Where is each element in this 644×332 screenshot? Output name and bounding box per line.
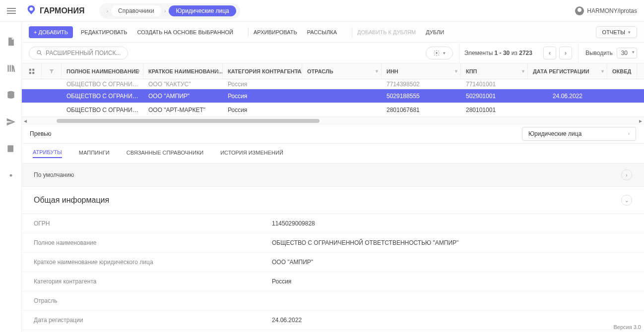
sidebar-database-icon[interactable] bbox=[6, 90, 16, 100]
chevron-down-icon: ▾ bbox=[632, 50, 635, 55]
page-size-select[interactable]: 30 ▾ bbox=[617, 48, 637, 58]
action-toolbar: + ДОБАВИТЬ РЕДАКТИРОВАТЬ СОЗДАТЬ НА ОСНО… bbox=[22, 22, 644, 43]
create-from-button[interactable]: СОЗДАТЬ НА ОСНОВЕ ВЫБРАННОЙ bbox=[137, 29, 233, 35]
sidebar-settings-icon[interactable] bbox=[6, 170, 16, 180]
duplicates-button[interactable]: ДУБЛИ bbox=[426, 29, 444, 35]
th-short-name[interactable]: КРАТКОЕ НАИМЕНОВАНИ...▾ bbox=[143, 63, 223, 79]
th-kpp[interactable]: КПП▾ bbox=[461, 63, 528, 79]
filter-bar: РАСШИРЕННЫЙ ПОИСК... ▾ Элементы 1 - 30 и… bbox=[22, 43, 644, 63]
sidebar-library-icon[interactable] bbox=[6, 63, 16, 73]
field-region: Регион bbox=[22, 330, 644, 332]
add-button[interactable]: + ДОБАВИТЬ bbox=[29, 26, 73, 38]
field-industry: Отрасль bbox=[22, 291, 644, 311]
table-row[interactable]: ОБЩЕСТВО С ОГРАНИЧЕНН... ООО "КАКТУС" Ро… bbox=[22, 79, 644, 89]
section-default[interactable]: По умолчанию › bbox=[22, 164, 644, 187]
svg-rect-8 bbox=[32, 72, 34, 74]
filter-icon[interactable]: ▾ bbox=[376, 68, 378, 74]
filter-icon[interactable]: ▾ bbox=[601, 68, 604, 74]
horizontal-scrollbar[interactable]: ◂ ▸ bbox=[22, 117, 644, 124]
section-general-info[interactable]: Общая информация ⌄ bbox=[22, 187, 644, 214]
tab-history[interactable]: ИСТОРИЯ ИЗМЕНЕНИЙ bbox=[220, 150, 283, 158]
svg-point-4 bbox=[436, 52, 438, 54]
logo-icon bbox=[26, 4, 40, 17]
tab-attributes[interactable]: АТРИБУТЫ bbox=[33, 149, 62, 158]
add-to-duplicates-button[interactable]: ДОБАВИТЬ К ДУБЛЯМ bbox=[357, 29, 416, 35]
scroll-right-icon[interactable]: ▸ bbox=[639, 117, 642, 124]
filter-icon[interactable]: ▾ bbox=[217, 68, 219, 74]
sidebar-doc-icon[interactable] bbox=[6, 37, 16, 47]
page-size-block: Выводить 30 ▾ bbox=[578, 43, 637, 63]
breadcrumb-item-directories[interactable]: Справочники bbox=[111, 5, 161, 16]
user-menu[interactable]: HARMONY/iprotas bbox=[575, 6, 637, 15]
brand-logo[interactable]: ГАРМОНИЯ bbox=[26, 4, 84, 17]
table-row[interactable]: ОБЩЕСТВО С ОГРАНИЧЕНН... ООО "АМПИР" Рос… bbox=[22, 89, 644, 103]
th-inn[interactable]: ИНН▾ bbox=[382, 63, 461, 79]
field-ogrn: ОГРН 1145029009828 bbox=[22, 214, 644, 233]
separator bbox=[248, 27, 249, 37]
chevron-right-icon: › bbox=[628, 131, 630, 136]
th-industry[interactable]: ОТРАСЛЬ▾ bbox=[302, 63, 382, 79]
edit-button[interactable]: РЕДАКТИРОВАТЬ bbox=[81, 29, 128, 35]
filter-icon[interactable]: ▾ bbox=[522, 68, 524, 74]
pager-prev-button[interactable]: ‹ bbox=[543, 47, 556, 59]
svg-point-2 bbox=[37, 51, 41, 54]
th-category[interactable]: КАТЕГОРИЯ КОНТРАГЕНТА▾ bbox=[223, 63, 302, 79]
search-icon bbox=[36, 50, 43, 56]
search-input[interactable]: РАСШИРЕННЫЙ ПОИСК... bbox=[29, 47, 128, 59]
chevron-down-icon: ▾ bbox=[628, 30, 631, 35]
version-label: Версия 3.0 bbox=[610, 322, 644, 332]
column-selector-icon[interactable] bbox=[22, 63, 42, 79]
table-settings-button[interactable]: ▾ bbox=[426, 47, 453, 59]
pager-next-button[interactable]: › bbox=[559, 47, 572, 59]
user-icon bbox=[575, 6, 584, 15]
preview-type-select[interactable]: Юридические лица › bbox=[522, 127, 636, 141]
breadcrumb-item-legal-entities[interactable]: Юридические лица bbox=[169, 5, 236, 16]
archive-button[interactable]: АРХИВИРОВАТЬ bbox=[254, 29, 297, 35]
filter-icon[interactable]: ▾ bbox=[296, 68, 299, 74]
search-placeholder: РАСШИРЕННЫЙ ПОИСК... bbox=[46, 50, 121, 56]
chevron-down-icon: ▾ bbox=[443, 51, 446, 55]
th-okved[interactable]: ОКВЕД bbox=[607, 63, 637, 79]
pager-info: Элементы 1 - 30 из 2723 bbox=[459, 43, 537, 63]
breadcrumb: › Справочники › Юридические лица bbox=[99, 3, 240, 19]
tab-mappings[interactable]: МАППИНГИ bbox=[79, 150, 110, 158]
filter-icon[interactable]: ▾ bbox=[455, 68, 457, 74]
column-filter-icon[interactable] bbox=[42, 63, 62, 79]
scroll-left-icon[interactable]: ◂ bbox=[24, 117, 27, 124]
page-size-label: Выводить bbox=[585, 50, 613, 56]
mailing-button[interactable]: РАССЫЛКА bbox=[307, 29, 337, 35]
separator bbox=[352, 27, 352, 37]
pager-buttons: ‹ › bbox=[543, 47, 572, 59]
sidebar-notes-icon[interactable] bbox=[6, 144, 16, 154]
left-sidebar bbox=[0, 22, 22, 332]
menu-toggle-icon[interactable] bbox=[7, 8, 16, 14]
svg-rect-6 bbox=[32, 68, 34, 70]
svg-line-3 bbox=[40, 54, 42, 55]
field-full-name: Полное наименование ОБЩЕСТВО С ОГРАНИЧЕН… bbox=[22, 233, 644, 253]
user-label: HARMONY/iprotas bbox=[587, 7, 637, 14]
chevron-right-icon[interactable]: › bbox=[621, 169, 632, 180]
tab-related[interactable]: СВЯЗАННЫЕ СПРАВОЧНИКИ bbox=[127, 150, 203, 158]
filter-icon[interactable]: ▾ bbox=[137, 68, 140, 74]
chevron-right-icon: › bbox=[106, 8, 108, 14]
main-content: + ДОБАВИТЬ РЕДАКТИРОВАТЬ СОЗДАТЬ НА ОСНО… bbox=[22, 22, 644, 332]
sidebar-send-icon[interactable] bbox=[6, 117, 16, 127]
table-body: ОБЩЕСТВО С ОГРАНИЧЕНН... ООО "КАКТУС" Ро… bbox=[22, 79, 644, 117]
chevron-down-icon[interactable]: ⌄ bbox=[621, 195, 632, 206]
preview-title: Превью bbox=[30, 130, 52, 137]
field-short-name: Краткое наименование юридического лица О… bbox=[22, 253, 644, 272]
detail-panel: По умолчанию › Общая информация ⌄ ОГРН 1… bbox=[22, 164, 644, 332]
th-reg-date[interactable]: ДАТА РЕГИСТРАЦИИ▾ bbox=[528, 63, 607, 79]
gear-icon bbox=[433, 50, 440, 56]
th-full-name[interactable]: ПОЛНОЕ НАИМЕНОВАНИЕ▾ bbox=[62, 63, 143, 79]
chevron-right-icon: › bbox=[164, 8, 166, 14]
reports-button[interactable]: ОТЧЕТЫ ▾ bbox=[596, 26, 637, 38]
svg-rect-5 bbox=[29, 68, 31, 70]
reports-label: ОТЧЕТЫ bbox=[602, 29, 625, 35]
table-row[interactable]: ОБЩЕСТВО С ОГРАНИЧЕНН... ООО "АРТ-МАРКЕТ… bbox=[22, 103, 644, 117]
table-header: ПОЛНОЕ НАИМЕНОВАНИЕ▾ КРАТКОЕ НАИМЕНОВАНИ… bbox=[22, 63, 644, 79]
scrollbar-thumb[interactable] bbox=[57, 119, 320, 123]
data-table: ПОЛНОЕ НАИМЕНОВАНИЕ▾ КРАТКОЕ НАИМЕНОВАНИ… bbox=[22, 63, 644, 124]
preview-bar: Превью Юридические лица › bbox=[22, 124, 644, 144]
top-header: ГАРМОНИЯ › Справочники › Юридические лиц… bbox=[0, 0, 644, 22]
